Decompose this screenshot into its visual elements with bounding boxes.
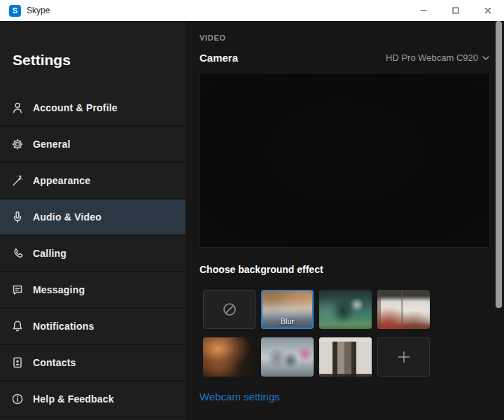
camera-row: Camera HD Pro Webcam C920 xyxy=(200,52,490,64)
video-settings-panel: VIDEO Camera HD Pro Webcam C920 Choose b… xyxy=(186,21,504,420)
window-title: Skype xyxy=(27,6,50,15)
minimize-icon xyxy=(419,6,428,15)
settings-menu: Account & Profile General Appearance Aud… xyxy=(0,90,186,418)
bell-icon xyxy=(10,318,25,334)
doorway-thumbnail xyxy=(319,337,372,377)
close-icon xyxy=(483,6,493,15)
wand-icon xyxy=(10,173,25,188)
titlebar: S Skype xyxy=(0,0,504,21)
sidebar-item-appearance[interactable]: Appearance xyxy=(0,163,186,198)
bg-effect-bright-loft[interactable] xyxy=(377,290,430,329)
plus-icon xyxy=(395,348,413,366)
chevron-down-icon xyxy=(482,54,490,62)
sidebar-item-label: Audio & Video xyxy=(33,211,102,223)
contacts-icon xyxy=(10,355,25,370)
sidebar-item-messaging[interactable]: Messaging xyxy=(0,272,186,307)
sidebar-item-label: Help & Feedback xyxy=(33,393,114,405)
phone-icon xyxy=(10,246,25,261)
webcam-settings-link[interactable]: Webcam settings xyxy=(200,391,280,402)
skype-settings-window: S Skype Settings Account & Profile xyxy=(0,0,504,420)
sidebar-item-label: Account & Profile xyxy=(33,102,118,113)
window-controls xyxy=(407,0,504,21)
sidebar-item-general[interactable]: General xyxy=(0,127,186,162)
minimize-button[interactable] xyxy=(407,0,440,21)
camera-preview xyxy=(200,73,490,248)
maximize-button[interactable] xyxy=(440,0,472,21)
studio-thumbnail xyxy=(261,337,314,377)
sidebar-item-account-profile[interactable]: Account & Profile xyxy=(0,90,186,125)
settings-heading: Settings xyxy=(0,21,186,90)
add-background-button[interactable] xyxy=(377,337,430,377)
sidebar-item-calling[interactable]: Calling xyxy=(0,236,186,271)
close-button[interactable] xyxy=(472,0,504,21)
help-icon xyxy=(10,391,25,407)
sidebar-item-label: Calling xyxy=(33,248,66,259)
sidebar-item-audio-video[interactable]: Audio & Video xyxy=(0,200,186,234)
green-office-thumbnail xyxy=(319,290,372,329)
bg-effect-doorway[interactable] xyxy=(319,337,372,377)
user-icon xyxy=(10,100,25,115)
blocked-icon xyxy=(221,301,238,318)
gear-icon xyxy=(10,136,25,152)
bg-effect-sunset-street[interactable] xyxy=(203,337,255,377)
sunset-street-thumbnail xyxy=(203,337,255,377)
bg-effect-blur[interactable]: Blur xyxy=(261,290,314,329)
blur-label: Blur xyxy=(262,317,312,326)
background-effect-grid: Blur xyxy=(203,290,490,377)
microphone-icon xyxy=(10,209,25,225)
camera-device-dropdown[interactable]: HD Pro Webcam C920 xyxy=(386,52,490,63)
sidebar-item-label: Notifications xyxy=(33,321,94,332)
sidebar-item-label: Messaging xyxy=(33,284,85,295)
message-icon xyxy=(10,282,25,298)
bg-effect-studio[interactable] xyxy=(261,337,314,377)
sidebar-item-contacts[interactable]: Contacts xyxy=(0,345,186,380)
bg-effect-none[interactable] xyxy=(203,290,255,329)
maximize-icon xyxy=(451,6,461,15)
scrollbar[interactable] xyxy=(496,21,502,308)
sidebar-item-label: Contacts xyxy=(33,357,76,368)
bg-effect-green-office[interactable] xyxy=(319,290,372,329)
camera-device-value: HD Pro Webcam C920 xyxy=(386,52,478,63)
sidebar-item-notifications[interactable]: Notifications xyxy=(0,309,186,344)
camera-label: Camera xyxy=(200,52,238,64)
skype-logo-letter: S xyxy=(13,6,18,15)
bright-loft-thumbnail xyxy=(377,290,430,329)
skype-logo-icon: S xyxy=(9,5,21,17)
sidebar-item-label: General xyxy=(33,139,71,150)
settings-sidebar: Settings Account & Profile General Appea… xyxy=(0,21,186,420)
sidebar-item-label: Appearance xyxy=(33,175,90,186)
background-effect-heading: Choose background effect xyxy=(200,264,490,275)
video-section-label: VIDEO xyxy=(200,34,490,42)
sidebar-item-help-feedback[interactable]: Help & Feedback xyxy=(0,382,186,416)
